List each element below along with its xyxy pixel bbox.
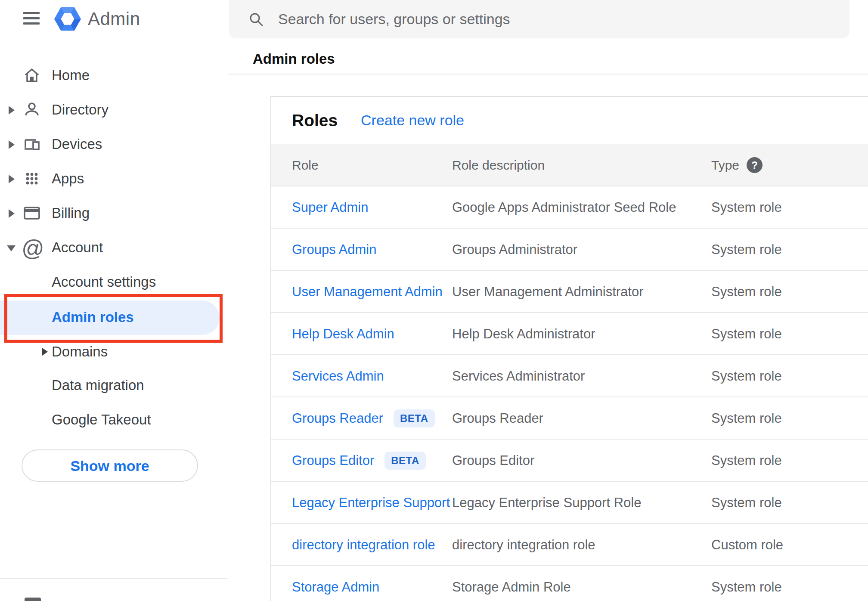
role-link[interactable]: directory integration role	[292, 537, 435, 553]
role-link[interactable]: Help Desk Admin	[292, 326, 394, 342]
sidebar-item-label: Google Takeout	[52, 403, 151, 437]
admin-logo-icon	[54, 6, 81, 32]
search-bar[interactable]	[229, 0, 849, 38]
sidebar-item-directory[interactable]: Directory	[0, 93, 228, 127]
header-divider	[228, 74, 868, 74]
table-row: Groups Admin Groups Administrator System…	[271, 229, 868, 271]
table-row: Services Admin Services Administrator Sy…	[271, 355, 868, 397]
role-description: Groups Reader	[452, 397, 543, 440]
role-type: System role	[711, 186, 782, 229]
table-header-row: Role Role description Type ?	[271, 144, 868, 186]
role-link[interactable]: Groups Reader	[292, 411, 383, 426]
table-row: directory integration role directory int…	[271, 524, 868, 566]
home-icon	[22, 66, 41, 85]
role-type: System role	[711, 566, 782, 601]
role-description: Storage Admin Role	[452, 566, 571, 601]
search-icon	[248, 11, 264, 28]
column-header-description: Role description	[452, 144, 545, 186]
column-header-type: Type	[711, 144, 739, 186]
sidebar-item-domains[interactable]: Domains	[0, 335, 228, 369]
hamburger-menu-icon[interactable]	[23, 12, 40, 25]
table-row: Legacy Enterprise Support Legacy Enterpr…	[271, 482, 868, 524]
role-type: System role	[711, 313, 782, 355]
breadcrumb: Admin roles	[253, 51, 335, 67]
help-icon[interactable]: ?	[747, 157, 763, 173]
role-link[interactable]: Groups Admin	[292, 242, 376, 257]
create-new-role-link[interactable]: Create new role	[361, 97, 464, 144]
role-description: Google Apps Administrator Seed Role	[452, 186, 676, 229]
role-link[interactable]: Super Admin	[292, 200, 369, 215]
role-link[interactable]: Groups Editor	[292, 453, 374, 468]
role-type: System role	[711, 482, 782, 524]
person-icon	[22, 100, 41, 119]
sidebar-item-label: Domains	[52, 335, 108, 369]
expand-caret-icon[interactable]	[9, 209, 15, 218]
role-type: System role	[711, 229, 782, 271]
sidebar-item-apps[interactable]: Apps	[0, 161, 228, 196]
credit-card-icon	[22, 204, 41, 223]
expand-caret-icon[interactable]	[9, 140, 15, 149]
beta-badge: BETA	[384, 452, 426, 470]
role-description: User Management Administrator	[452, 271, 644, 313]
role-link[interactable]: Legacy Enterprise Support	[292, 495, 450, 511]
role-type: System role	[711, 271, 782, 313]
roles-card-header: Roles Create new role	[271, 97, 868, 144]
expand-caret-icon[interactable]	[9, 175, 15, 183]
collapse-caret-icon[interactable]	[7, 245, 16, 251]
sidebar-item-google-takeout[interactable]: Google Takeout	[0, 403, 228, 437]
table-row: Storage Admin Storage Admin Role System …	[271, 566, 868, 601]
role-description: Help Desk Administrator	[452, 313, 595, 355]
role-description: Groups Editor	[452, 440, 534, 482]
table-row: Help Desk Admin Help Desk Administrator …	[271, 313, 868, 355]
sidebar-item-label: Billing	[52, 196, 90, 230]
sidebar-item-home[interactable]: Home	[0, 58, 228, 93]
search-input[interactable]	[277, 0, 828, 38]
sidebar-item-label: Account	[52, 230, 103, 265]
sidebar-item-label: Devices	[52, 127, 102, 161]
role-description: Services Administrator	[452, 355, 585, 397]
role-link[interactable]: User Management Admin	[292, 284, 443, 300]
at-sign-icon: @	[22, 235, 44, 261]
partial-bottom-icon	[25, 598, 41, 601]
sidebar-item-account[interactable]: @ Account	[0, 230, 228, 265]
sidebar-item-devices[interactable]: Devices	[0, 127, 228, 161]
sidebar-divider	[0, 578, 228, 579]
role-description: directory integration role	[452, 524, 595, 566]
sidebar-item-data-migration[interactable]: Data migration	[0, 368, 228, 403]
sidebar-item-billing[interactable]: Billing	[0, 196, 228, 230]
expand-caret-icon[interactable]	[42, 348, 48, 356]
apps-grid-icon	[22, 169, 41, 188]
role-type: System role	[711, 355, 782, 397]
table-row: Super Admin Google Apps Administrator Se…	[271, 186, 868, 229]
role-type: System role	[711, 440, 782, 482]
app-brand: Admin	[54, 3, 140, 34]
role-type: System role	[711, 397, 782, 440]
app-title: Admin	[88, 9, 140, 29]
sidebar-item-label: Directory	[52, 93, 108, 127]
table-row: User Management Admin User Management Ad…	[271, 271, 868, 313]
role-type: Custom role	[711, 524, 783, 566]
devices-icon	[22, 135, 41, 154]
role-description: Groups Administrator	[452, 229, 577, 271]
sidebar-item-label: Data migration	[52, 368, 144, 403]
column-header-role: Role	[292, 144, 319, 186]
roles-card: Roles Create new role Role Role descript…	[270, 96, 868, 601]
sidebar-item-label: Apps	[52, 161, 84, 196]
expand-caret-icon[interactable]	[9, 106, 15, 115]
beta-badge: BETA	[394, 409, 435, 428]
role-link[interactable]: Services Admin	[292, 369, 384, 384]
sidebar-item-label: Home	[52, 58, 90, 93]
roles-title: Roles	[292, 97, 338, 144]
role-description: Legacy Enterprise Support Role	[452, 482, 641, 524]
table-row: Groups Editor BETA Groups Editor System …	[271, 440, 868, 482]
table-row: Groups Reader BETA Groups Reader System …	[271, 397, 868, 440]
show-more-button[interactable]: Show more	[22, 449, 198, 482]
role-link[interactable]: Storage Admin	[292, 579, 379, 595]
sidebar: Admin Home Directory Devices	[0, 0, 228, 601]
